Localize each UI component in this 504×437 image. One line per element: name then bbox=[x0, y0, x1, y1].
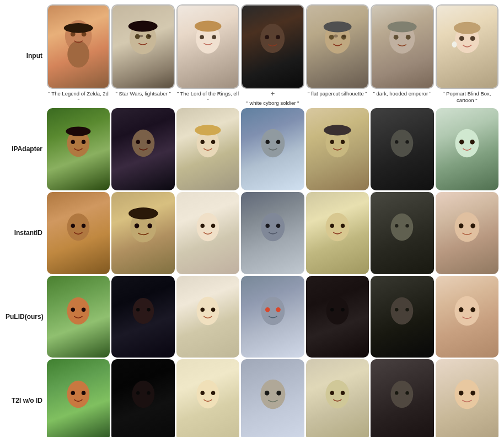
pulid-img-7 bbox=[436, 276, 498, 358]
t2i-cell-5 bbox=[306, 359, 369, 437]
ipadapter-img-5 bbox=[306, 108, 369, 190]
face-ii-3 bbox=[184, 198, 232, 268]
svg-point-35 bbox=[82, 140, 86, 145]
svg-point-46 bbox=[276, 140, 280, 145]
input-img-4 bbox=[241, 4, 304, 89]
svg-point-63 bbox=[128, 207, 158, 219]
pulid-img-6 bbox=[371, 276, 433, 358]
svg-point-98 bbox=[459, 307, 464, 312]
ipadapter-cell-1 bbox=[47, 108, 110, 190]
ipadapter-img-3 bbox=[176, 108, 239, 190]
svg-point-39 bbox=[147, 140, 151, 145]
face-svg-5 bbox=[313, 9, 362, 83]
svg-point-115 bbox=[391, 381, 414, 408]
pulid-img-4 bbox=[241, 276, 304, 358]
svg-point-41 bbox=[201, 140, 205, 145]
svg-point-94 bbox=[391, 297, 414, 324]
svg-point-73 bbox=[391, 214, 414, 241]
instantid-cell-3 bbox=[176, 192, 239, 274]
instantid-cell-1 bbox=[47, 192, 110, 274]
svg-point-42 bbox=[211, 140, 216, 145]
t2i-img-5 bbox=[306, 359, 369, 437]
input-img-5 bbox=[306, 4, 369, 89]
face-t2-2 bbox=[120, 365, 167, 435]
input-img-inner-1 bbox=[48, 6, 109, 88]
svg-point-62 bbox=[147, 223, 152, 228]
svg-point-93 bbox=[341, 308, 344, 311]
t2i-cell-3 bbox=[176, 359, 239, 437]
face-svg-1 bbox=[54, 9, 103, 83]
t2i-img-4 bbox=[241, 359, 304, 437]
svg-point-8 bbox=[140, 35, 143, 37]
face-ii-5 bbox=[314, 198, 361, 268]
svg-point-92 bbox=[330, 308, 334, 311]
ipadapter-img-7 bbox=[436, 108, 498, 190]
ipadapter-img-2 bbox=[111, 108, 174, 190]
svg-point-44 bbox=[261, 129, 285, 157]
grid-wrapper: Input bbox=[6, 4, 498, 437]
svg-point-88 bbox=[261, 296, 285, 324]
pulid-images-row bbox=[47, 276, 498, 358]
instantid-images-row bbox=[47, 192, 498, 274]
svg-point-34 bbox=[71, 140, 76, 145]
instantid-cell-4 bbox=[241, 192, 304, 274]
t2i-img-2 bbox=[111, 359, 174, 437]
svg-point-111 bbox=[276, 391, 281, 396]
svg-point-61 bbox=[135, 223, 140, 228]
t2i-img-inner-7 bbox=[436, 359, 498, 437]
svg-point-80 bbox=[71, 307, 76, 312]
input-img-inner-5 bbox=[307, 6, 368, 88]
svg-point-114 bbox=[341, 391, 345, 396]
ipadapter-cell-5 bbox=[306, 108, 369, 190]
svg-point-120 bbox=[470, 391, 475, 396]
svg-point-75 bbox=[406, 224, 409, 227]
svg-point-6 bbox=[135, 34, 140, 39]
svg-point-101 bbox=[71, 391, 76, 396]
svg-point-79 bbox=[67, 297, 90, 324]
svg-point-96 bbox=[406, 308, 409, 311]
t2i-cell-7 bbox=[436, 359, 498, 437]
input-cell-4: + " white cyborg soldier " bbox=[241, 4, 304, 106]
face-t2-7 bbox=[443, 365, 491, 435]
svg-point-56 bbox=[470, 140, 475, 145]
svg-point-12 bbox=[200, 35, 204, 40]
face-ipa-4 bbox=[249, 114, 297, 184]
svg-point-113 bbox=[330, 391, 334, 396]
svg-point-29 bbox=[459, 36, 464, 41]
svg-point-50 bbox=[324, 125, 351, 135]
ipadapter-img-inner-2 bbox=[111, 108, 174, 190]
pulid-row: PuLID(ours) bbox=[6, 276, 498, 358]
svg-point-17 bbox=[276, 35, 281, 40]
input-img-7 bbox=[436, 4, 498, 89]
svg-point-102 bbox=[82, 391, 86, 396]
face-ii-2 bbox=[120, 198, 167, 268]
ipadapter-images-row bbox=[47, 108, 498, 190]
ipadapter-cell-2 bbox=[111, 108, 174, 190]
svg-point-99 bbox=[470, 307, 475, 312]
svg-point-66 bbox=[211, 224, 216, 228]
svg-point-38 bbox=[136, 140, 140, 145]
svg-point-23 bbox=[324, 22, 352, 33]
instantid-img-inner-1 bbox=[47, 192, 110, 274]
instantid-img-4 bbox=[241, 192, 304, 274]
svg-point-104 bbox=[136, 392, 140, 395]
instantid-img-inner-2 bbox=[111, 192, 174, 274]
instantid-img-inner-3 bbox=[176, 192, 239, 274]
input-cell-3: " The Lord of the Rings, elf " bbox=[176, 4, 239, 106]
svg-point-54 bbox=[455, 129, 479, 157]
svg-point-16 bbox=[265, 35, 270, 40]
svg-point-10 bbox=[128, 21, 158, 32]
svg-point-65 bbox=[201, 224, 205, 228]
pulid-img-inner-2 bbox=[111, 276, 174, 358]
svg-point-90 bbox=[276, 307, 281, 312]
pulid-img-2 bbox=[111, 276, 174, 358]
svg-point-37 bbox=[132, 130, 154, 157]
instantid-img-inner-4 bbox=[241, 192, 304, 274]
t2i-img-1 bbox=[47, 359, 110, 437]
input-caption-1: " The Legend of Zelda, 2d " bbox=[47, 90, 110, 104]
instantid-img-6 bbox=[371, 192, 433, 274]
face-ipa-3 bbox=[184, 114, 232, 184]
svg-point-25 bbox=[394, 35, 399, 40]
face-t2-4 bbox=[249, 365, 297, 435]
input-img-3 bbox=[176, 4, 239, 89]
